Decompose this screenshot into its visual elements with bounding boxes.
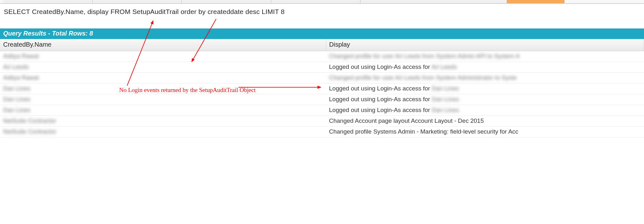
cell-display: Logged out using Login-As access for Dan…: [326, 94, 644, 105]
cell-createdby-name: Aditya Rawat: [0, 73, 326, 83]
cell-createdby-name: NetSuite Contractor: [0, 116, 326, 127]
cell-display: Logged out using Login-As access for Ari…: [326, 62, 644, 73]
tab-item[interactable]: [360, 0, 507, 3]
tab-item[interactable]: [182, 0, 271, 3]
tab-item[interactable]: [3, 0, 92, 3]
table-row[interactable]: Ari LeedsLogged out using Login-As acces…: [0, 62, 644, 73]
table-row[interactable]: Dan LinesLogged out using Login-As acces…: [0, 105, 644, 116]
tab-item-active[interactable]: [507, 0, 565, 3]
soql-query-text[interactable]: SELECT CreatedBy.Name, display FROM Setu…: [0, 5, 644, 29]
column-header-createdby-name[interactable]: CreatedBy.Name: [0, 39, 326, 51]
cell-createdby-name: Ari Leeds: [0, 62, 326, 73]
cell-display: Changed profile for user Ari Leeds from …: [326, 51, 644, 62]
cell-createdby-name: Dan Lines: [0, 94, 326, 105]
table-header-row: CreatedBy.Name Display: [0, 39, 644, 51]
table-row[interactable]: NetSuite ContractorChanged Account page …: [0, 116, 644, 127]
query-results-header: Query Results - Total Rows: 8: [0, 29, 644, 39]
cell-createdby-name: Aditya Rawat: [0, 51, 326, 62]
table-row[interactable]: Aditya RawatChanged profile for user Ari…: [0, 51, 644, 62]
cell-createdby-name: Dan Lines: [0, 105, 326, 116]
cell-createdby-name: NetSuite Contractor: [0, 127, 326, 137]
table-row[interactable]: Dan LinesLogged out using Login-As acces…: [0, 94, 644, 105]
table-row[interactable]: Aditya RawatChanged profile for user Ari…: [0, 73, 644, 83]
cell-display: Changed profile for user Ari Leeds from …: [326, 73, 644, 83]
cell-display: Logged out using Login-As access for Dan…: [326, 83, 644, 94]
cell-createdby-name: Dan Lines: [0, 83, 326, 94]
cell-display: Changed Account page layout Account Layo…: [326, 116, 644, 127]
table-row[interactable]: NetSuite ContractorChanged profile Syste…: [0, 127, 644, 137]
table-row[interactable]: Dan LinesLogged out using Login-As acces…: [0, 83, 644, 94]
tab-item[interactable]: [271, 0, 360, 3]
query-results-table: CreatedBy.Name Display Aditya RawatChang…: [0, 39, 644, 137]
tab-item[interactable]: [92, 0, 182, 3]
tab-bar: [0, 0, 644, 3]
cell-display: Logged out using Login-As access for Dan…: [326, 105, 644, 116]
cell-display: Changed profile Systems Admin - Marketin…: [326, 127, 644, 137]
column-header-display[interactable]: Display: [326, 39, 644, 51]
